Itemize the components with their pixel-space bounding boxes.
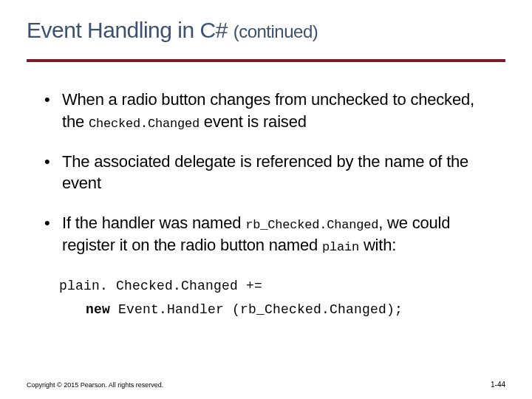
text-run: event is raised	[200, 112, 307, 131]
keyword-new: new	[86, 302, 110, 317]
title-continued: (continued)	[233, 21, 318, 41]
slide: Event Handling in C# (continued) • When …	[0, 0, 532, 399]
bullet-dot: •	[44, 151, 62, 194]
slide-body: • When a radio button changes from unche…	[44, 89, 488, 322]
text-run: If the handler was named	[62, 214, 245, 232]
text-run: with:	[359, 236, 396, 254]
bullet-text: The associated delegate is referenced by…	[62, 151, 488, 194]
code-block: plain. Checked.Changed += new Event.Hand…	[59, 274, 488, 322]
code-rest: Event.Handler (rb_Checked.Changed);	[110, 302, 403, 317]
bullet-1: • When a radio button changes from unche…	[44, 89, 488, 133]
bullet-dot: •	[44, 212, 62, 256]
bullet-text: If the handler was named rb_Checked.Chan…	[62, 212, 488, 256]
copyright-notice: Copyright © 2015 Pearson. All rights res…	[27, 381, 163, 389]
horizontal-rule	[27, 59, 505, 62]
text-run: The associated delegate is referenced by…	[62, 152, 468, 193]
bullet-dot: •	[44, 89, 62, 133]
code-line-2: new Event.Handler (rb_Checked.Changed);	[59, 298, 488, 321]
code-run: rb_Checked.Changed	[245, 218, 378, 232]
slide-title: Event Handling in C# (continued)	[27, 18, 318, 43]
bullet-text: When a radio button changes from uncheck…	[62, 89, 488, 133]
code-run: plain	[322, 240, 359, 254]
code-run: Checked.Changed	[89, 117, 200, 131]
page-number: 1-44	[491, 381, 505, 389]
bullet-2: • The associated delegate is referenced …	[44, 151, 488, 194]
title-main: Event Handling in C#	[27, 18, 233, 42]
code-line-1: plain. Checked.Changed +=	[59, 274, 488, 298]
bullet-3: • If the handler was named rb_Checked.Ch…	[44, 212, 488, 256]
